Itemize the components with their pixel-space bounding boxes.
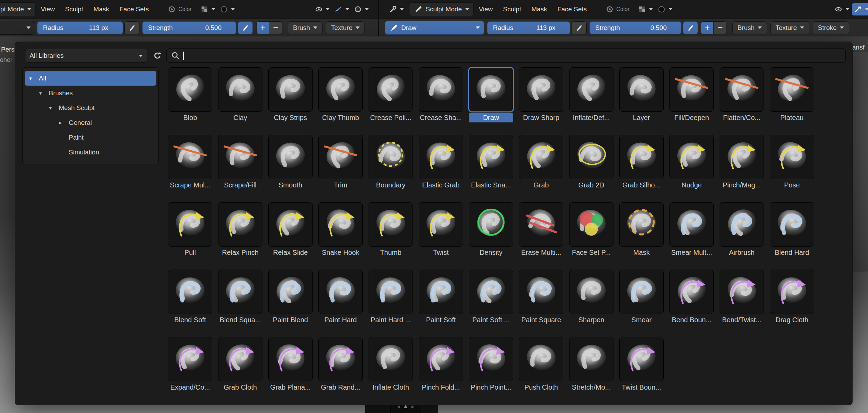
radius-slider-left[interactable]: Radius 113 px [37, 21, 123, 34]
brush-asset[interactable]: Grab 2D [569, 135, 613, 190]
color-picker-left[interactable]: Color [166, 3, 194, 15]
brush-asset[interactable]: Paint Hard ... [369, 270, 413, 325]
brush-asset[interactable]: Paint Soft [419, 270, 463, 325]
texture-dropdown-left[interactable] [198, 3, 218, 15]
brush-asset[interactable]: Elastic Sna... [469, 135, 513, 190]
brush-asset[interactable]: Bend/Twist... [720, 270, 764, 325]
brush-asset[interactable]: Density [469, 202, 513, 257]
tree-chevron-icon[interactable] [29, 75, 39, 81]
brush-asset[interactable]: Blob [168, 67, 212, 122]
tree-chevron-icon[interactable] [49, 105, 59, 111]
brush-select-left-truncated[interactable] [0, 21, 35, 35]
tree-chevron-icon[interactable] [39, 90, 49, 96]
subtract-direction-button[interactable]: − [269, 21, 282, 34]
search-input[interactable] [184, 52, 841, 59]
add-direction-button[interactable]: + [256, 21, 269, 34]
brush-asset[interactable]: Inflate Cloth [369, 337, 413, 392]
brush-asset[interactable]: Crease Poli... [369, 67, 413, 122]
brush-asset[interactable]: Mask [619, 202, 664, 257]
menu-item[interactable]: View [474, 0, 498, 18]
stencil-dropdown-right[interactable] [655, 3, 675, 15]
brush-asset[interactable]: Airbrush [720, 202, 764, 257]
brush-menu-left[interactable]: Brush [288, 21, 323, 34]
brush-asset[interactable]: Scrape/Fill [218, 135, 262, 190]
brush-asset[interactable]: Crease Sha... [419, 67, 463, 122]
brush-asset[interactable]: Pinch Fold... [419, 337, 463, 392]
brush-asset[interactable]: Boundary [369, 135, 413, 190]
brush-asset[interactable]: Thumb [369, 202, 413, 257]
stroke-menu-right[interactable]: Stroke [813, 21, 849, 34]
library-filter-select[interactable]: All Libraries [25, 49, 147, 63]
brush-asset[interactable]: Stretch/Mo... [569, 337, 613, 392]
strength-slider-right[interactable]: Strength 0.500 [589, 21, 681, 34]
strength-pressure-toggle-left[interactable] [238, 21, 253, 34]
texture-menu-right[interactable]: Texture [770, 21, 809, 34]
catalog-tree-item[interactable]: Mesh Sculpt [25, 100, 156, 115]
falloff-visibility-dropdown-left[interactable] [313, 3, 332, 15]
brush-asset[interactable]: Push Cloth [519, 337, 563, 392]
brush-asset[interactable]: Blend Hard [770, 202, 814, 257]
catalog-tree-item[interactable]: Simulation [25, 145, 156, 160]
radius-pressure-toggle-right[interactable] [572, 21, 587, 34]
brush-asset[interactable]: Relax Slide [268, 202, 313, 257]
brush-asset[interactable]: Paint Hard [318, 270, 363, 325]
menu-item[interactable]: Mask [526, 0, 552, 18]
brush-asset[interactable]: Paint Square [519, 270, 563, 325]
brush-asset[interactable]: Plateau [770, 67, 814, 122]
tree-chevron-icon[interactable] [59, 120, 69, 126]
brush-asset[interactable]: Grab [519, 135, 563, 190]
brush-asset[interactable]: Draw Sharp [519, 67, 563, 122]
catalog-tree-item[interactable]: Paint [25, 130, 156, 145]
brush-asset[interactable]: Elastic Grab [419, 135, 463, 190]
brush-asset[interactable]: Expand/Co... [168, 337, 212, 392]
brush-asset[interactable]: Clay Strips [268, 67, 313, 122]
brush-asset[interactable]: Flatten/Co... [720, 67, 764, 122]
brush-asset[interactable]: Inflate/Def... [569, 67, 613, 122]
gizmo-dropdown-right[interactable] [852, 3, 868, 15]
overlay-dropdown-left[interactable] [352, 3, 371, 15]
brush-asset[interactable]: Clay [218, 67, 262, 122]
brush-select-right[interactable]: Draw [385, 21, 484, 35]
brush-asset[interactable]: Relax Pinch [218, 202, 262, 257]
menu-item[interactable]: Mask [88, 0, 114, 18]
brush-asset[interactable]: Pose [770, 135, 814, 190]
brush-asset[interactable]: Pinch/Mag... [720, 135, 764, 190]
brush-asset[interactable]: Snake Hook [318, 202, 363, 257]
menu-item[interactable]: Sculpt [60, 0, 89, 18]
brush-asset[interactable]: Draw [469, 67, 513, 122]
brush-asset[interactable]: Trim [318, 135, 363, 190]
brush-asset[interactable]: Blend Squa... [218, 270, 262, 325]
falloff-visibility-dropdown-right[interactable] [832, 3, 852, 15]
menu-item[interactable]: Sculpt [498, 0, 526, 18]
menu-item[interactable]: Face Sets [552, 0, 592, 18]
brush-asset[interactable]: Pinch Point... [469, 337, 513, 392]
refresh-library-button[interactable] [150, 49, 165, 63]
brush-asset[interactable]: Grab Plana... [268, 337, 313, 392]
texture-menu-left[interactable]: Texture [326, 21, 365, 34]
brush-asset[interactable]: Fill/Deepen [669, 67, 714, 122]
brush-asset[interactable]: Pull [168, 202, 212, 257]
subtract-direction-button[interactable]: − [714, 21, 727, 34]
brush-asset[interactable]: Smooth [268, 135, 313, 190]
stencil-dropdown-left[interactable] [218, 3, 237, 15]
brush-asset[interactable]: Twist [419, 202, 463, 257]
brush-asset[interactable]: Bend Boun... [669, 270, 714, 325]
texture-dropdown-right[interactable] [636, 3, 655, 15]
brush-asset[interactable]: Smear [619, 270, 664, 325]
brush-asset[interactable]: Face Set P... [569, 202, 613, 257]
strength-pressure-toggle-right[interactable] [683, 21, 698, 34]
brush-asset[interactable]: Clay Thumb [318, 67, 363, 122]
catalog-tree-item[interactable]: All [25, 71, 156, 86]
brush-asset[interactable]: Smear Mult... [669, 202, 714, 257]
brush-menu-right[interactable]: Brush [732, 21, 767, 34]
brush-asset[interactable]: Blend Soft [168, 270, 212, 325]
brush-asset[interactable]: Drag Cloth [770, 270, 814, 325]
mode-select-right[interactable]: Sculpt Mode [409, 2, 474, 16]
falloff-curve-dropdown-left[interactable] [332, 3, 352, 15]
brush-asset[interactable]: Paint Soft ... [469, 270, 513, 325]
active-tool-dropdown-right[interactable] [387, 3, 406, 15]
strength-slider-left[interactable]: Strength 0.500 [142, 21, 236, 34]
brush-asset[interactable]: Grab Rand... [318, 337, 363, 392]
brush-asset[interactable]: Nudge [669, 135, 714, 190]
mode-select-left[interactable]: pt Mode [0, 2, 36, 16]
